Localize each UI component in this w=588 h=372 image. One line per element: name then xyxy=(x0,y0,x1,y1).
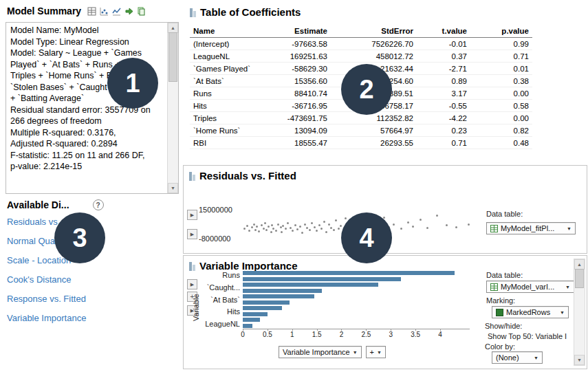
diagnostic-link[interactable]: Cook's Distance xyxy=(7,274,86,285)
marking-dropdown[interactable]: MarkedRows ▼ xyxy=(492,306,569,318)
bar-category-label[interactable]: Runs xyxy=(202,271,240,279)
importance-bar[interactable] xyxy=(243,300,290,305)
importance-bar[interactable] xyxy=(243,312,268,316)
importance-bar[interactable] xyxy=(243,271,455,275)
x-axis-selector-icon[interactable]: ▶ xyxy=(187,229,197,239)
scroll-up-icon[interactable]: ▲ xyxy=(574,259,585,270)
axis-measure-dropdown[interactable]: Variable Importance ▼ xyxy=(279,346,362,358)
scroll-up-icon[interactable]: ▲ xyxy=(168,23,178,33)
importance-bar[interactable] xyxy=(243,294,314,298)
export-icon[interactable] xyxy=(124,6,133,16)
scatter-point[interactable] xyxy=(316,230,318,232)
scatter-point[interactable] xyxy=(248,230,250,232)
scatter-point[interactable] xyxy=(314,226,316,228)
importance-bar[interactable] xyxy=(243,318,260,322)
scatter-point[interactable] xyxy=(270,231,272,233)
column-header[interactable]: t.value xyxy=(417,25,470,38)
importance-bar[interactable] xyxy=(243,283,378,287)
scatter-point[interactable] xyxy=(304,223,306,226)
scatter-point[interactable] xyxy=(296,228,298,230)
table-row[interactable]: (Intercept)-97663.587526226.70-0.010.99 xyxy=(190,38,532,50)
scatter-point[interactable] xyxy=(263,228,265,230)
scroll-down-icon[interactable]: ▼ xyxy=(574,355,585,365)
table-row[interactable]: RBI18555.4726293.550.710.48 xyxy=(190,137,532,149)
table-row[interactable]: LeagueNL169251.63458012.720.370.71 xyxy=(190,50,532,63)
scatter-point[interactable] xyxy=(280,226,282,228)
scatter-point[interactable] xyxy=(294,224,296,226)
scatter-point[interactable] xyxy=(426,227,428,229)
importance-bar[interactable] xyxy=(243,324,252,328)
scatter-point[interactable] xyxy=(340,225,342,227)
scatter-point[interactable] xyxy=(446,224,448,226)
summary-table-icon[interactable] xyxy=(87,6,96,16)
scatter-point[interactable] xyxy=(253,223,255,226)
scatter-point[interactable] xyxy=(338,228,340,230)
color-by-dropdown[interactable]: (None) ▼ xyxy=(492,351,543,364)
y-axis-title[interactable]: Variable xyxy=(192,283,200,331)
scatter-point[interactable] xyxy=(258,230,260,232)
scatter-point[interactable] xyxy=(251,226,253,228)
data-table-dropdown[interactable]: MyModel_fitPl... ▼ xyxy=(486,222,576,234)
scatter-point[interactable] xyxy=(268,226,270,228)
scrollbar-thumb[interactable] xyxy=(168,32,177,82)
scatter-point[interactable] xyxy=(393,223,395,226)
scatter-point[interactable] xyxy=(436,215,438,217)
scatter-point[interactable] xyxy=(320,228,323,230)
scatter-point[interactable] xyxy=(281,231,283,233)
help-icon[interactable]: ? xyxy=(93,199,104,210)
scatter-point[interactable] xyxy=(345,217,347,219)
scatter-point[interactable] xyxy=(282,225,284,227)
scatter-point[interactable] xyxy=(277,223,279,226)
scatter-point[interactable] xyxy=(311,222,313,224)
diagnostic-link[interactable]: Response vs. Fitted xyxy=(7,294,86,304)
scatter-point[interactable] xyxy=(261,224,263,226)
scatter-point[interactable] xyxy=(306,227,308,229)
scatter-point[interactable] xyxy=(256,226,258,228)
scatter-point[interactable] xyxy=(309,229,311,231)
scatter-point[interactable] xyxy=(299,226,301,228)
scatter-point[interactable] xyxy=(328,223,330,226)
importance-bar-chart[interactable] xyxy=(243,271,470,328)
scatter-point[interactable] xyxy=(400,228,402,230)
column-header[interactable]: Estimate xyxy=(262,25,331,38)
scatter-point[interactable] xyxy=(292,230,294,232)
data-table-dropdown[interactable]: MyModel_varI... ▼ xyxy=(486,281,574,293)
diagnostic-link[interactable]: Variable Importance xyxy=(7,313,86,323)
column-header[interactable]: p.value xyxy=(470,25,532,38)
copy-icon[interactable] xyxy=(136,6,146,16)
scatter-point[interactable] xyxy=(420,219,422,221)
scatter-point[interactable] xyxy=(468,223,470,226)
scatter-point[interactable] xyxy=(243,228,246,230)
bar-category-label[interactable]: `Caught... xyxy=(202,283,240,292)
column-header[interactable]: StdError xyxy=(331,25,417,38)
scatter-plot-icon[interactable] xyxy=(99,6,109,16)
scatter-point[interactable] xyxy=(330,227,332,229)
scatter-point[interactable] xyxy=(285,228,287,230)
scatter-point[interactable] xyxy=(265,229,268,231)
y-axis-selector-icon[interactable]: ▶ xyxy=(187,210,197,220)
table-row[interactable]: `Home Runs`13094.0957664.970.230.82 xyxy=(190,124,532,137)
scatter-point[interactable] xyxy=(301,232,303,234)
importance-bar[interactable] xyxy=(243,306,282,310)
model-summary-scrollbar[interactable]: ▲ ▼ xyxy=(167,23,178,193)
bar-category-label[interactable]: Hits xyxy=(202,307,240,316)
show-hide-value[interactable]: Show Top 50: Variable I xyxy=(488,332,567,340)
scatter-point[interactable] xyxy=(272,228,274,230)
column-header[interactable]: Name xyxy=(190,25,262,38)
panel-scrollbar[interactable]: ▲ ▼ xyxy=(574,259,585,366)
scroll-down-icon[interactable]: ▼ xyxy=(168,183,178,193)
importance-bar[interactable] xyxy=(243,277,401,281)
scatter-point[interactable] xyxy=(325,231,327,233)
scatter-point[interactable] xyxy=(271,224,273,226)
scatter-point[interactable] xyxy=(323,221,325,223)
scatter-point[interactable] xyxy=(318,224,320,226)
scatter-point[interactable] xyxy=(455,226,457,228)
scatter-point[interactable] xyxy=(287,222,289,224)
scatter-point[interactable] xyxy=(275,230,277,232)
scatter-point[interactable] xyxy=(335,219,337,221)
line-chart-icon[interactable] xyxy=(111,6,121,16)
add-measure-dropdown[interactable]: + ▼ xyxy=(366,346,386,358)
scrollbar-thumb[interactable] xyxy=(575,269,584,288)
scatter-point[interactable] xyxy=(264,222,266,224)
scatter-point[interactable] xyxy=(246,225,248,227)
